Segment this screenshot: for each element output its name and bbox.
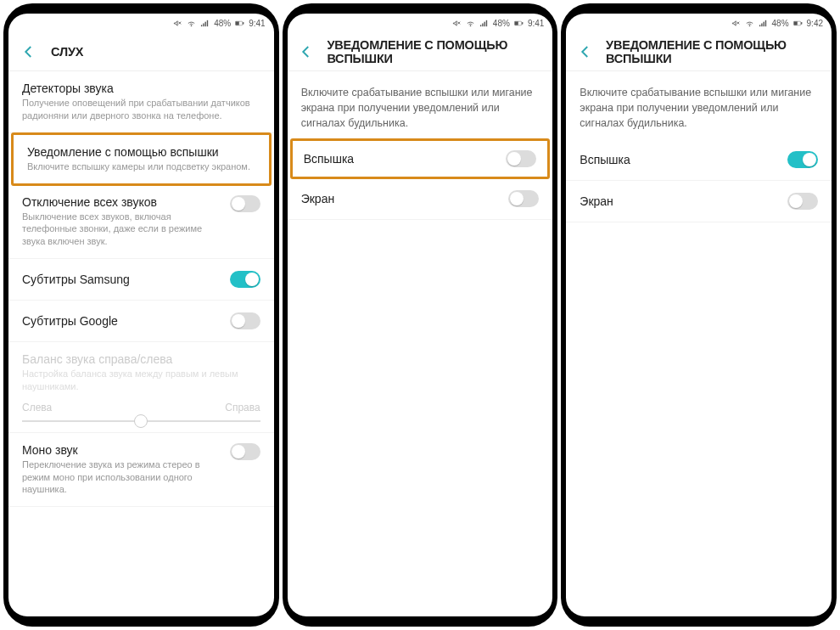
- svg-rect-14: [482, 23, 483, 26]
- svg-rect-25: [763, 21, 764, 26]
- svg-rect-6: [207, 20, 208, 25]
- item-title: Субтитры Google: [22, 314, 118, 328]
- app-header: СЛУХ: [8, 32, 274, 71]
- row-screen[interactable]: Экран: [566, 181, 832, 222]
- status-bar: 48% 9:41: [288, 14, 553, 32]
- page-title: УВЕДОМЛЕНИЕ С ПОМОЩЬЮ ВСПЫШКИ: [606, 38, 821, 65]
- item-subtitle: Выключение всех звуков, включая телефонн…: [22, 211, 220, 249]
- toggle-flash[interactable]: [506, 150, 536, 167]
- toggle-knob: [232, 197, 245, 211]
- settings-list: Включите срабатывание вспышки или мигани…: [566, 71, 832, 616]
- battery-icon: [514, 19, 524, 28]
- svg-point-12: [470, 25, 471, 25]
- screen: 48% 9:41 УВЕДОМЛЕНИЕ С ПОМОЩЬЮ ВСПЫШКИ В…: [288, 14, 553, 616]
- row-flash[interactable]: Вспышка: [566, 139, 832, 181]
- back-button[interactable]: [19, 42, 39, 62]
- row-screen[interactable]: Экран: [288, 178, 553, 220]
- item-title: Отключение всех звуков: [22, 195, 220, 209]
- svg-rect-28: [801, 22, 802, 24]
- screen: 48% 9:41 СЛУХ Детекторы звука Получение …: [8, 14, 274, 616]
- settings-list: Включите срабатывание вспышки или мигани…: [288, 71, 553, 616]
- balance-right-label: Справа: [225, 402, 260, 413]
- svg-rect-18: [522, 22, 523, 24]
- balance-left-label: Слева: [22, 402, 52, 413]
- item-mono-audio[interactable]: Моно звук Переключение звука из режима с…: [8, 433, 274, 508]
- chevron-left-icon: [299, 44, 314, 59]
- screen: 48% 9:42 УВЕДОМЛЕНИЕ С ПОМОЩЬЮ ВСПЫШКИ В…: [566, 14, 832, 616]
- item-title: Моно звук: [22, 443, 220, 457]
- svg-point-2: [191, 25, 192, 25]
- signal-icon: [759, 19, 768, 28]
- battery-text: 48%: [772, 19, 789, 28]
- svg-rect-23: [759, 25, 759, 26]
- svg-rect-15: [484, 21, 484, 26]
- settings-list[interactable]: Детекторы звука Получение оповещений при…: [8, 71, 274, 616]
- status-bar: 48% 9:42: [566, 14, 832, 32]
- wifi-icon: [745, 19, 754, 28]
- row-label: Вспышка: [580, 153, 630, 166]
- item-title: Детекторы звука: [22, 82, 260, 95]
- item-title: Баланс звука справа/слева: [22, 352, 260, 366]
- toggle-google-subtitles[interactable]: [230, 312, 260, 329]
- svg-rect-8: [243, 22, 244, 24]
- toggle-samsung-subtitles[interactable]: [230, 271, 260, 288]
- item-sound-balance: Баланс звука справа/слева Настройка бала…: [8, 342, 274, 433]
- toggle-knob: [245, 273, 259, 286]
- signal-icon: [479, 19, 489, 28]
- slider-thumb: [134, 414, 148, 428]
- toggle-knob: [789, 194, 803, 208]
- description-text: Включите срабатывание вспышки или мигани…: [566, 71, 832, 139]
- item-subtitle: Переключение звука из режима стерео в ре…: [22, 458, 220, 497]
- status-time: 9:42: [807, 19, 823, 28]
- item-mute-all[interactable]: Отключение всех звуков Выключение всех з…: [8, 185, 274, 260]
- status-time: 9:41: [528, 19, 544, 28]
- svg-rect-19: [515, 21, 518, 25]
- mute-icon: [173, 19, 182, 28]
- page-title: СЛУХ: [51, 45, 83, 59]
- back-button[interactable]: [576, 42, 594, 62]
- page-title: УВЕДОМЛЕНИЕ С ПОМОЩЬЮ ВСПЫШКИ: [327, 38, 542, 65]
- toggle-mute-all[interactable]: [230, 195, 260, 212]
- signal-icon: [200, 19, 210, 28]
- back-button[interactable]: [298, 42, 316, 62]
- item-flash-notification[interactable]: Уведомление с помощью вспышки Включите в…: [11, 132, 272, 186]
- svg-point-22: [749, 25, 750, 25]
- toggle-knob: [510, 192, 524, 205]
- mute-icon: [731, 19, 741, 28]
- svg-rect-9: [236, 21, 239, 25]
- chevron-left-icon: [578, 44, 593, 59]
- wifi-icon: [187, 19, 196, 28]
- svg-rect-16: [486, 20, 487, 25]
- item-subtitle: Получение оповещений при срабатывании да…: [22, 97, 260, 122]
- phone-3: 48% 9:42 УВЕДОМЛЕНИЕ С ПОМОЩЬЮ ВСПЫШКИ В…: [561, 3, 837, 627]
- item-samsung-subtitles[interactable]: Субтитры Samsung: [8, 259, 274, 301]
- toggle-screen[interactable]: [508, 190, 539, 207]
- description-text: Включите срабатывание вспышки или мигани…: [288, 71, 553, 139]
- row-label: Экран: [580, 194, 613, 208]
- phone-2: 48% 9:41 УВЕДОМЛЕНИЕ С ПОМОЩЬЮ ВСПЫШКИ В…: [283, 3, 558, 627]
- item-title: Субтитры Samsung: [22, 273, 130, 286]
- toggle-flash[interactable]: [787, 151, 818, 168]
- svg-rect-3: [201, 25, 202, 26]
- toggle-screen[interactable]: [787, 193, 818, 210]
- svg-rect-13: [480, 25, 481, 26]
- toggle-knob: [232, 314, 245, 328]
- svg-rect-24: [761, 23, 762, 26]
- toggle-knob: [803, 153, 816, 166]
- svg-rect-5: [205, 21, 206, 26]
- app-header: УВЕДОМЛЕНИЕ С ПОМОЩЬЮ ВСПЫШКИ: [288, 32, 553, 71]
- row-label: Экран: [301, 192, 335, 205]
- toggle-mono-audio[interactable]: [230, 443, 260, 460]
- svg-rect-29: [793, 21, 797, 25]
- balance-slider: [22, 420, 260, 422]
- app-header: УВЕДОМЛЕНИЕ С ПОМОЩЬЮ ВСПЫШКИ: [566, 32, 832, 71]
- phone-1: 48% 9:41 СЛУХ Детекторы звука Получение …: [3, 3, 279, 627]
- item-subtitle: Настройка баланса звука между правым и л…: [22, 368, 260, 393]
- toggle-knob: [507, 152, 521, 166]
- status-bar: 48% 9:41: [8, 14, 274, 32]
- item-sound-detectors[interactable]: Детекторы звука Получение оповещений при…: [8, 71, 274, 133]
- row-flash[interactable]: Вспышка: [290, 138, 551, 179]
- battery-icon: [235, 19, 244, 28]
- item-google-subtitles[interactable]: Субтитры Google: [8, 301, 274, 342]
- status-time: 9:41: [249, 19, 265, 28]
